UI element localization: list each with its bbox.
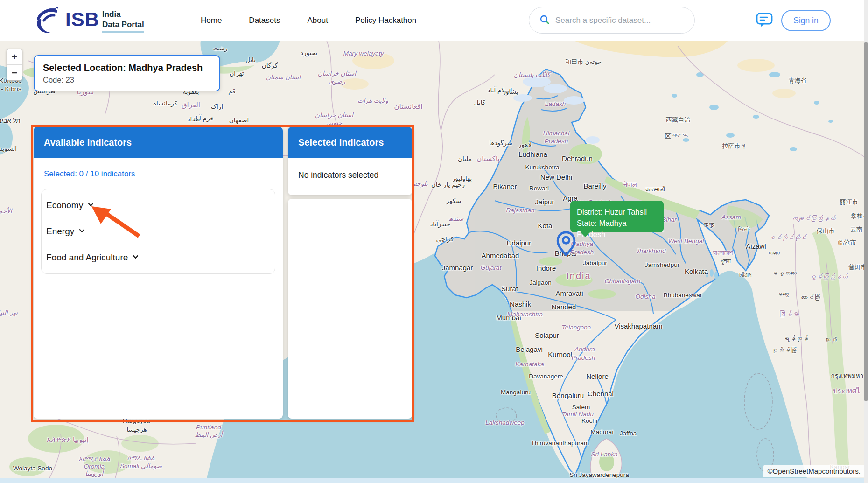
no-indicators-message: No indicators selected (298, 170, 412, 180)
nav-datasets[interactable]: Datasets (249, 16, 280, 25)
dataset-search (529, 7, 695, 34)
available-indicators-panel: Available Indicators Selected: 0 / 10 in… (34, 127, 283, 419)
sign-in-button[interactable]: Sign in (781, 10, 831, 31)
nav-about[interactable]: About (307, 16, 328, 25)
feedback-chat-icon[interactable] (756, 13, 773, 28)
scrollbar-thumb[interactable] (864, 42, 868, 401)
selected-location-code: Code: 23 (43, 76, 211, 84)
district-tooltip: District: Huzur Tahsil State: Madhya Pra… (570, 201, 664, 232)
chevron-down-icon[interactable] (132, 253, 139, 262)
chevron-down-icon[interactable] (78, 227, 85, 236)
selected-location-box: Selected Location: Madhya Pradesh Code: … (34, 55, 220, 91)
map-pin-icon (556, 231, 576, 259)
search-input[interactable] (555, 16, 681, 25)
zoom-in-button[interactable]: + (7, 49, 22, 65)
category-list: Economy Energy Food and Agriculture (41, 189, 275, 274)
attribution-prefix: © (767, 467, 772, 475)
page-scrollbar (864, 0, 868, 483)
category-food-agriculture[interactable]: Food and Agriculture (42, 245, 275, 271)
isb-logo-text[interactable]: ISB (65, 8, 99, 31)
category-economy[interactable]: Economy (42, 192, 275, 218)
attribution-suffix: contributors. (822, 467, 861, 475)
selected-indicators-empty-area (288, 199, 412, 419)
map-attribution: © OpenStreetMap contributors. (763, 465, 864, 477)
chevron-down-icon[interactable] (87, 201, 94, 210)
category-energy[interactable]: Energy (42, 218, 275, 245)
isb-logo-icon[interactable] (32, 5, 62, 37)
top-header: ISB India Data Portal Home Datasets Abou… (0, 0, 868, 41)
main-nav: Home Datasets About Policy Hackathon (201, 0, 416, 41)
selected-count-text: Selected: 0 / 10 indicators (44, 169, 283, 179)
selected-location-title: Selected Location: Madhya Pradesh (43, 63, 211, 73)
search-icon (539, 14, 550, 27)
tooltip-state: State: Madhya Pradesh (577, 217, 657, 240)
tooltip-district: District: Huzur Tahsil (577, 206, 657, 217)
selected-indicators-header: Selected Indicators (288, 127, 412, 158)
nav-home[interactable]: Home (201, 16, 222, 25)
site-title[interactable]: India Data Portal (102, 9, 144, 33)
map-zoom-control: + − (7, 49, 22, 81)
nav-policy-hackathon[interactable]: Policy Hackathon (355, 16, 416, 25)
openstreetmap-link[interactable]: OpenStreetMap (773, 467, 822, 475)
zoom-out-button[interactable]: − (7, 65, 22, 80)
selected-indicators-panel: Selected Indicators No indicators select… (288, 127, 412, 195)
available-indicators-header: Available Indicators (34, 127, 283, 158)
